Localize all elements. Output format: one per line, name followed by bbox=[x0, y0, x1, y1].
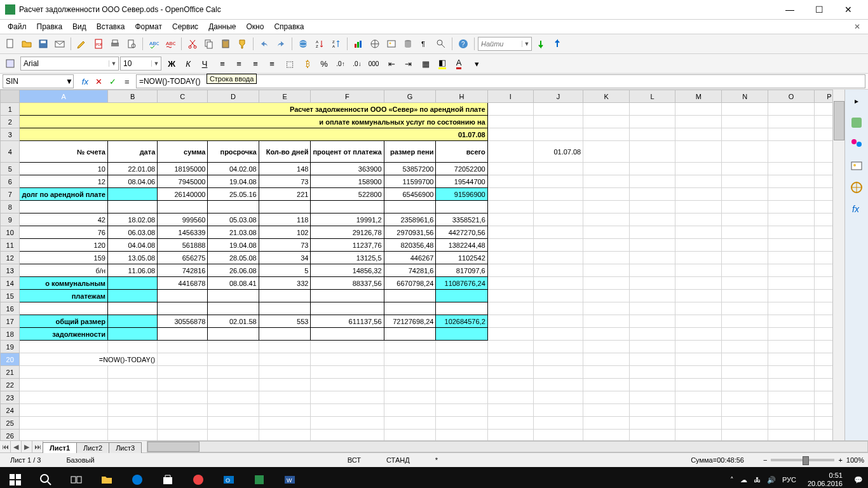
cell-L6[interactable] bbox=[629, 175, 675, 188]
sort-desc-icon[interactable]: ZA bbox=[329, 36, 344, 51]
cell-F12[interactable]: 13125,5 bbox=[311, 252, 384, 264]
cell-A3[interactable]: 01.07.08 bbox=[20, 128, 487, 141]
column-header-I[interactable]: I bbox=[487, 90, 533, 103]
cell-O24[interactable] bbox=[768, 404, 815, 417]
cell-G23[interactable] bbox=[384, 391, 436, 404]
cell-H12[interactable]: 1102542 bbox=[436, 252, 487, 264]
cell-A15[interactable]: платежам bbox=[20, 290, 108, 302]
zoom-control[interactable]: − + 100% bbox=[763, 456, 864, 464]
cell-D26[interactable] bbox=[208, 430, 259, 441]
number-format-icon[interactable]: 000 bbox=[366, 56, 381, 71]
cell-C13[interactable]: 742816 bbox=[158, 264, 208, 277]
cell-E20[interactable] bbox=[259, 353, 311, 366]
row-header-14[interactable]: 14 bbox=[1, 277, 20, 290]
cell-M7[interactable] bbox=[675, 188, 722, 201]
find-input[interactable] bbox=[478, 40, 522, 48]
cell-H17[interactable]: 102684576,2 bbox=[436, 315, 487, 328]
font-name-combo[interactable]: ▼ bbox=[20, 57, 119, 71]
cell-G20[interactable] bbox=[384, 353, 436, 366]
cell-A18[interactable]: задолженности bbox=[20, 328, 108, 341]
cell-A13[interactable]: б/н bbox=[20, 264, 108, 277]
cell-B7[interactable] bbox=[107, 188, 157, 201]
status-selection-mode[interactable]: СТАНД bbox=[380, 456, 416, 464]
cell-I21[interactable] bbox=[487, 366, 533, 379]
cell-D8[interactable] bbox=[208, 201, 259, 214]
row-header-26[interactable]: 26 bbox=[1, 430, 20, 441]
cell-G24[interactable] bbox=[384, 404, 436, 417]
row-header-12[interactable]: 12 bbox=[1, 252, 20, 264]
cell-B16[interactable] bbox=[107, 302, 157, 315]
cell-M8[interactable] bbox=[675, 201, 722, 214]
column-header-G[interactable]: G bbox=[384, 90, 436, 103]
cell-A24[interactable] bbox=[20, 404, 108, 417]
properties-icon[interactable] bbox=[849, 115, 864, 130]
zoom-slider[interactable] bbox=[771, 459, 834, 461]
cell-J4[interactable]: 01.07.08 bbox=[533, 141, 583, 163]
cell-F13[interactable]: 14856,32 bbox=[311, 264, 384, 277]
row-header-11[interactable]: 11 bbox=[1, 239, 20, 252]
cell-C7[interactable]: 26140000 bbox=[158, 188, 208, 201]
find-prev-icon[interactable] bbox=[550, 36, 565, 51]
cell-H15[interactable] bbox=[436, 290, 487, 302]
datasources-icon[interactable] bbox=[400, 36, 416, 51]
cell-N13[interactable] bbox=[722, 264, 768, 277]
cell-M22[interactable] bbox=[675, 379, 722, 391]
tray-clock[interactable]: 0:51 20.06.2016 bbox=[803, 471, 848, 488]
cell-F4[interactable]: процент от платежа bbox=[311, 141, 384, 163]
sheet-tab-2[interactable]: Лист2 bbox=[76, 442, 109, 453]
cell-N11[interactable] bbox=[722, 239, 768, 252]
cell-J14[interactable] bbox=[533, 277, 583, 290]
scrollbar-thumb[interactable] bbox=[147, 442, 200, 452]
cell-L22[interactable] bbox=[629, 379, 675, 391]
cell-N25[interactable] bbox=[722, 417, 768, 430]
cell-N10[interactable] bbox=[722, 226, 768, 239]
cell-O26[interactable] bbox=[768, 430, 815, 441]
cell-N20[interactable] bbox=[722, 353, 768, 366]
cell-H21[interactable] bbox=[436, 366, 487, 379]
cell-J21[interactable] bbox=[533, 366, 583, 379]
menu-help[interactable]: Справка bbox=[269, 21, 309, 32]
cell-O22[interactable] bbox=[768, 379, 815, 391]
cell-E18[interactable] bbox=[259, 328, 311, 341]
cell-N17[interactable] bbox=[722, 315, 768, 328]
cell-H4[interactable]: всего bbox=[436, 141, 487, 163]
cell-H13[interactable]: 817097,6 bbox=[436, 264, 487, 277]
cell-E17[interactable]: 553 bbox=[259, 315, 311, 328]
redo-icon[interactable] bbox=[273, 36, 288, 51]
cell-B11[interactable]: 04.04.08 bbox=[107, 239, 157, 252]
row-header-10[interactable]: 10 bbox=[1, 226, 20, 239]
cell-J25[interactable] bbox=[533, 417, 583, 430]
row-header-16[interactable]: 16 bbox=[1, 302, 20, 315]
align-left-icon[interactable]: ≡ bbox=[215, 56, 230, 71]
edit-icon[interactable] bbox=[74, 36, 90, 51]
row-header-15[interactable]: 15 bbox=[1, 290, 20, 302]
scrollbar-thumb[interactable] bbox=[834, 101, 844, 140]
cell-M5[interactable] bbox=[675, 163, 722, 175]
cell-B15[interactable] bbox=[107, 290, 157, 302]
row-header-23[interactable]: 23 bbox=[1, 391, 20, 404]
tab-first-icon[interactable]: ⏮ bbox=[0, 441, 11, 452]
cell-A25[interactable] bbox=[20, 417, 108, 430]
cell-O20[interactable] bbox=[768, 353, 815, 366]
cell-M11[interactable] bbox=[675, 239, 722, 252]
minimize-button[interactable]: — bbox=[775, 0, 804, 19]
cell-F25[interactable] bbox=[311, 417, 384, 430]
cell-B26[interactable] bbox=[107, 430, 157, 441]
cell-N16[interactable] bbox=[722, 302, 768, 315]
row-header-8[interactable]: 8 bbox=[1, 201, 20, 214]
cell-B18[interactable] bbox=[107, 328, 157, 341]
column-header-A[interactable]: A bbox=[20, 90, 108, 103]
cell-D21[interactable] bbox=[208, 366, 259, 379]
underline-button[interactable]: Ч bbox=[197, 56, 212, 71]
cell-O11[interactable] bbox=[768, 239, 815, 252]
cell-K25[interactable] bbox=[583, 417, 630, 430]
spreadsheet-grid[interactable]: ABCDEFGHIJKLMNOP1Расчет задолженности ОО… bbox=[0, 90, 844, 440]
tray-up-icon[interactable]: ˄ bbox=[730, 476, 734, 484]
cell-F6[interactable]: 158900 bbox=[311, 175, 384, 188]
column-header-F[interactable]: F bbox=[311, 90, 384, 103]
cell-O14[interactable] bbox=[768, 277, 815, 290]
cell-F21[interactable] bbox=[311, 366, 384, 379]
cell-B17[interactable] bbox=[107, 315, 157, 328]
cell-O17[interactable] bbox=[768, 315, 815, 328]
cell-G21[interactable] bbox=[384, 366, 436, 379]
